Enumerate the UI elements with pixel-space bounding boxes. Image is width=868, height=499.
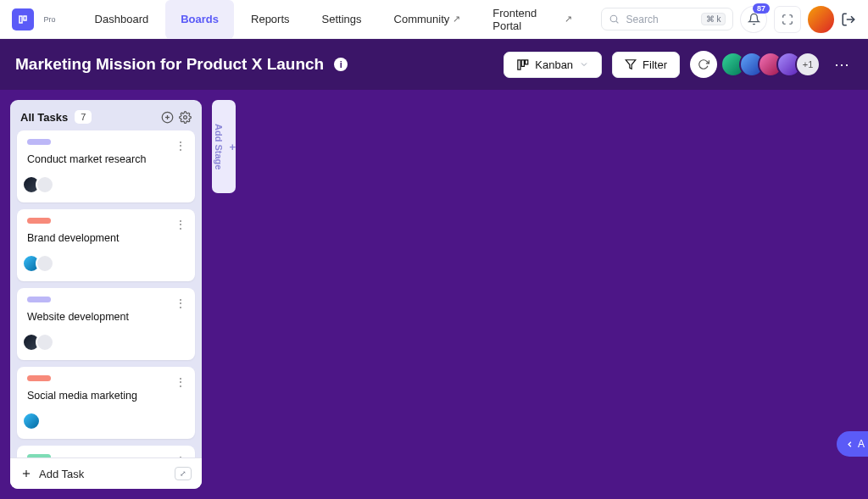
- card-menu-icon[interactable]: ⋮: [175, 454, 186, 457]
- column-count: 7: [75, 110, 92, 124]
- main-nav: Dashboard Boards Reports Settings Commun…: [80, 0, 587, 39]
- nav-community[interactable]: Community↗: [379, 0, 476, 39]
- card-menu-icon[interactable]: ⋮: [175, 218, 186, 231]
- logout-icon: [841, 12, 856, 27]
- nav-boards[interactable]: Boards: [165, 0, 234, 39]
- board-header: Marketing Mission for Product X Launch i…: [0, 39, 868, 90]
- assignee-avatar: [36, 254, 54, 273]
- notification-count: 87: [753, 3, 770, 14]
- svg-line-3: [616, 21, 618, 23]
- refresh-button[interactable]: [690, 51, 717, 78]
- task-title: Conduct market research: [27, 153, 185, 165]
- expand-icon[interactable]: ⤢: [175, 467, 192, 480]
- more-menu[interactable]: ⋯: [831, 55, 853, 74]
- chevron-left-icon: [845, 440, 854, 449]
- task-card[interactable]: New Ad campaign for Facebook⋮: [17, 446, 195, 457]
- refresh-icon: [698, 58, 709, 70]
- chevron-down-icon: [579, 59, 589, 69]
- task-card[interactable]: Brand development⋮: [17, 209, 195, 281]
- assignee-avatar: [36, 175, 54, 194]
- filter-button[interactable]: Filter: [612, 52, 680, 78]
- task-title: Social media marketing: [27, 390, 185, 402]
- task-card[interactable]: Conduct market research⋮: [17, 130, 195, 202]
- card-menu-icon[interactable]: ⋮: [175, 297, 186, 310]
- filter-icon: [625, 58, 637, 70]
- notifications-button[interactable]: 87: [740, 6, 767, 33]
- assignee-list: [27, 254, 185, 273]
- kanban-board: All Tasks 7 Conduct market research⋮Bran…: [0, 90, 868, 499]
- search-shortcut: ⌘k: [701, 13, 726, 25]
- priority-tag: [27, 297, 51, 302]
- task-card[interactable]: Website development⋮: [17, 288, 195, 360]
- floating-side-tab[interactable]: A: [837, 431, 868, 457]
- svg-rect-5: [518, 59, 520, 69]
- fullscreen-button[interactable]: [774, 6, 801, 33]
- gear-icon[interactable]: [179, 111, 192, 124]
- svg-rect-6: [522, 59, 525, 66]
- cards-list: Conduct market research⋮Brand developmen…: [10, 130, 202, 457]
- member-avatars[interactable]: +1: [727, 52, 821, 77]
- app-logo[interactable]: [12, 8, 34, 30]
- svg-rect-0: [19, 16, 22, 23]
- logout-button[interactable]: [841, 12, 856, 27]
- task-title: Brand development: [27, 232, 185, 244]
- priority-tag: [27, 454, 51, 457]
- assignee-avatar: [22, 412, 41, 430]
- add-task-button[interactable]: Add Task ⤢: [10, 457, 202, 489]
- assignee-list: [27, 412, 185, 430]
- info-icon[interactable]: i: [334, 58, 348, 71]
- avatar-overflow[interactable]: +1: [795, 52, 821, 77]
- svg-marker-8: [626, 60, 636, 69]
- assignee-avatar: [36, 333, 54, 352]
- plan-badge: Pro: [44, 15, 56, 24]
- nav-reports[interactable]: Reports: [236, 0, 305, 39]
- task-title: Website development: [27, 311, 185, 323]
- assignee-list: [27, 333, 185, 352]
- card-menu-icon[interactable]: ⋮: [175, 375, 186, 389]
- top-navigation-bar: Pro Dashboard Boards Reports Settings Co…: [0, 0, 868, 39]
- kanban-icon: [516, 58, 529, 71]
- kanban-column: All Tasks 7 Conduct market research⋮Bran…: [10, 100, 202, 489]
- external-link-icon: ↗: [565, 14, 572, 25]
- priority-tag: [27, 139, 51, 145]
- svg-point-2: [610, 15, 617, 22]
- task-card[interactable]: Social media marketing⋮: [17, 367, 195, 439]
- svg-point-12: [184, 115, 187, 119]
- column-header: All Tasks 7: [10, 100, 202, 130]
- external-link-icon: ↗: [453, 14, 460, 25]
- nav-frontend-portal[interactable]: Frontend Portal↗: [477, 0, 587, 39]
- svg-rect-1: [24, 16, 26, 20]
- view-selector[interactable]: Kanban: [504, 52, 602, 78]
- nav-dashboard[interactable]: Dashboard: [80, 0, 164, 39]
- board-title: Marketing Mission for Product X Launch: [15, 55, 324, 74]
- bell-icon: [748, 13, 760, 25]
- user-avatar[interactable]: [808, 6, 835, 33]
- plus-icon: +: [229, 141, 236, 153]
- add-stage-button[interactable]: + Add Stage: [212, 100, 236, 193]
- expand-icon: [782, 14, 793, 25]
- search-input[interactable]: Search ⌘k: [601, 8, 734, 30]
- search-icon: [609, 14, 620, 25]
- plus-icon: [20, 468, 32, 480]
- column-title: All Tasks: [20, 111, 68, 124]
- priority-tag: [27, 218, 51, 224]
- plus-circle-icon[interactable]: [161, 111, 174, 124]
- card-menu-icon[interactable]: ⋮: [175, 139, 186, 152]
- priority-tag: [27, 375, 51, 381]
- assignee-list: [27, 175, 185, 194]
- nav-settings[interactable]: Settings: [307, 0, 377, 39]
- svg-rect-7: [526, 59, 528, 64]
